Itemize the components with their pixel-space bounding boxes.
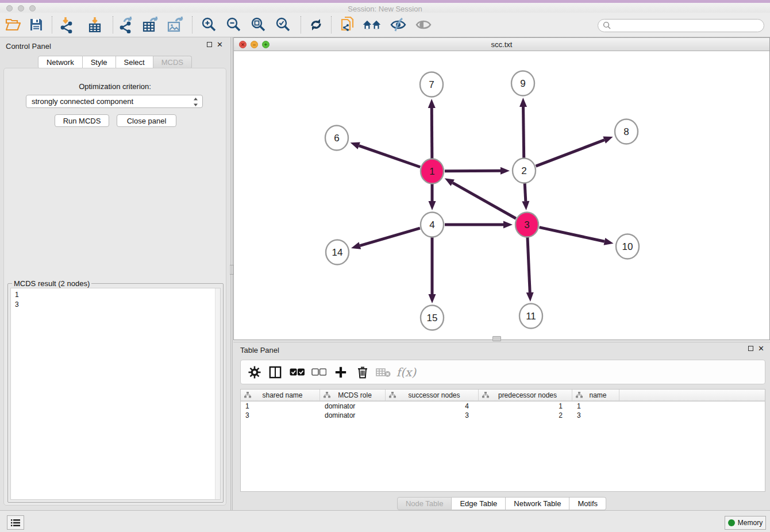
main-toolbar <box>0 13 770 37</box>
run-mcds-button[interactable]: Run MCDS <box>55 114 109 127</box>
search-icon <box>603 21 611 30</box>
table-row[interactable]: 1dominator411 <box>241 402 765 411</box>
zoom-out-icon[interactable] <box>224 15 243 34</box>
zoom-fit-icon[interactable] <box>248 15 268 34</box>
hide-selected-eye-icon[interactable] <box>388 15 408 34</box>
float-panel-icon[interactable] <box>207 42 212 47</box>
refresh-icon[interactable] <box>306 15 326 34</box>
column-header-name[interactable]: name <box>572 390 619 400</box>
search-input[interactable] <box>598 19 764 32</box>
node-8[interactable]: 8 <box>615 119 638 144</box>
import-table-icon[interactable] <box>85 15 105 34</box>
control-panel-tabs: NetworkStyleSelectMCDS <box>0 56 230 69</box>
node-9[interactable]: 9 <box>511 71 534 96</box>
column-header-successor-nodes[interactable]: successor nodes <box>386 390 479 400</box>
column-header-predecessor-nodes[interactable]: predecessor nodes <box>479 390 572 400</box>
close-panel-icon[interactable]: ✕ <box>758 346 764 351</box>
optimization-criterion-label: Optimization criterion: <box>4 82 226 91</box>
svg-text:3: 3 <box>524 219 529 230</box>
edge-3-11[interactable] <box>528 237 530 292</box>
column-header-MCDS-role[interactable]: MCDS role <box>320 390 386 400</box>
node-3[interactable]: 3 <box>515 213 538 237</box>
node-table[interactable]: shared nameMCDS rolesuccessor nodesprede… <box>240 389 765 492</box>
edge-2-3[interactable] <box>525 183 526 201</box>
tab-style[interactable]: Style <box>83 56 116 69</box>
toggle-columns-icon[interactable] <box>266 363 284 381</box>
edge-1-7[interactable] <box>432 108 432 159</box>
export-table-icon[interactable] <box>141 15 160 34</box>
float-panel-icon[interactable] <box>748 346 753 351</box>
node-2[interactable]: 2 <box>513 159 536 183</box>
arrowhead-icon <box>604 238 614 245</box>
node-15[interactable]: 15 <box>421 306 444 330</box>
add-row-icon[interactable] <box>332 363 350 381</box>
homes-icon[interactable] <box>362 15 382 34</box>
arrowhead-icon <box>519 98 527 107</box>
edge-4-14[interactable] <box>360 228 420 245</box>
toolbar-separator <box>301 16 301 33</box>
settings-gear-icon[interactable] <box>245 363 264 381</box>
zoom-selected-icon[interactable] <box>273 15 292 34</box>
save-icon[interactable] <box>26 15 46 34</box>
import-network-icon[interactable] <box>57 15 76 34</box>
table-panel-title: Table Panel <box>240 346 279 354</box>
tab-network[interactable]: Network <box>38 56 83 69</box>
table-cell: 2 <box>479 411 572 419</box>
node-6[interactable]: 6 <box>325 126 348 151</box>
edge-2-9[interactable] <box>523 107 524 158</box>
result-scrollbar[interactable] <box>215 288 220 499</box>
toolbar-separator <box>331 16 332 33</box>
memory-label: Memory <box>738 519 763 527</box>
arrowhead-icon <box>428 99 436 108</box>
table-row[interactable]: 3dominator323 <box>241 411 765 420</box>
arrowhead-icon <box>503 221 513 229</box>
deselect-all-icon[interactable] <box>310 363 328 381</box>
table-cell: dominator <box>320 402 386 410</box>
network-window-titlebar: ✕ − + scc.txt <box>234 38 769 51</box>
delete-row-trash-icon[interactable] <box>353 363 372 381</box>
function-builder-icon[interactable]: f(x) <box>395 363 418 381</box>
edge-2-8[interactable] <box>536 140 605 167</box>
delete-table-icon[interactable] <box>374 363 392 381</box>
tab-node-table[interactable]: Node Table <box>397 497 452 510</box>
show-all-eye-icon[interactable] <box>414 15 433 34</box>
export-network-icon[interactable] <box>117 15 137 34</box>
task-console-button[interactable] <box>7 515 24 530</box>
network-splitter-grip[interactable] <box>492 336 501 341</box>
control-panel-title: Control Panel <box>6 42 51 51</box>
export-image-icon[interactable] <box>165 15 185 34</box>
tab-network-table[interactable]: Network Table <box>506 497 569 510</box>
clone-network-icon[interactable] <box>338 15 357 34</box>
close-panel-button[interactable]: Close panel <box>117 114 176 127</box>
column-header-shared-name[interactable]: shared name <box>241 390 320 400</box>
network-window-title: scc.txt <box>234 40 769 49</box>
node-7[interactable]: 7 <box>420 72 443 97</box>
tab-edge-table[interactable]: Edge Table <box>452 497 506 510</box>
node-4[interactable]: 4 <box>421 213 444 237</box>
tab-motifs[interactable]: Motifs <box>569 497 606 510</box>
memory-status-dot-icon <box>728 519 735 526</box>
edge-3-10[interactable] <box>539 228 604 242</box>
close-panel-icon[interactable]: ✕ <box>217 42 223 47</box>
tab-mcds[interactable]: MCDS <box>153 56 192 69</box>
node-1[interactable]: 1 <box>421 159 444 184</box>
node-11[interactable]: 11 <box>519 304 542 329</box>
mcds-result-textarea[interactable]: 1 3 <box>10 288 221 500</box>
edge-3-1[interactable] <box>453 183 516 218</box>
open-folder-icon[interactable] <box>3 15 23 34</box>
hierarchy-icon <box>576 392 583 398</box>
arrowhead-icon <box>603 137 613 144</box>
node-10[interactable]: 10 <box>616 234 639 259</box>
node-14[interactable]: 14 <box>326 240 349 265</box>
select-all-icon[interactable] <box>288 363 306 381</box>
svg-text:9: 9 <box>520 78 525 89</box>
zoom-in-icon[interactable] <box>199 15 218 34</box>
network-canvas[interactable]: 7968124314101511 <box>234 51 769 339</box>
mcds-tab-content: Optimization criterion: strongly connect… <box>3 68 226 506</box>
tab-select[interactable]: Select <box>116 56 153 69</box>
network-graph[interactable]: 7968124314101511 <box>234 51 769 339</box>
memory-button[interactable]: Memory <box>725 516 766 530</box>
criterion-dropdown[interactable]: strongly connected component <box>26 95 203 108</box>
edge-1-2[interactable] <box>445 171 500 171</box>
edge-1-6[interactable] <box>359 146 421 167</box>
